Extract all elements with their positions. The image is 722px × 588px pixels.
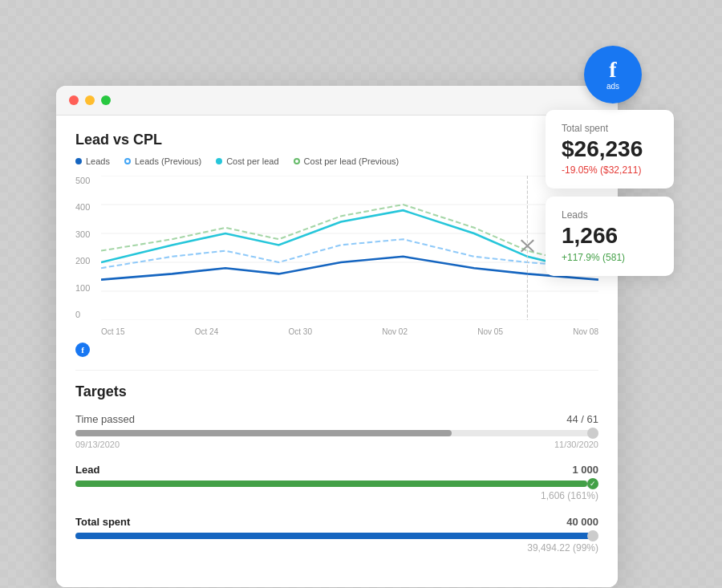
target-name-spent: Total spent [75, 516, 130, 528]
chart-fb-letter: f [81, 345, 84, 355]
y-label-100: 100 [75, 283, 98, 293]
legend-label-leads: Leads [86, 156, 110, 166]
chart-x-labels: Oct 15 Oct 24 Oct 30 Nov 02 Nov 05 Nov 0… [101, 327, 598, 336]
legend-label-cpl: Cost per lead [226, 156, 278, 166]
y-label-300: 300 [75, 229, 98, 239]
line-leads [101, 256, 598, 279]
stat-change-total-spent: -19.05% ($32,211) [562, 164, 658, 176]
target-row-time: Time passed 44 / 61 09/13/2020 11/30/202… [75, 413, 598, 449]
stat-value-leads: 1,266 [562, 224, 658, 249]
y-label-0: 0 [75, 310, 98, 319]
legend-label-leads-prev: Leads (Previous) [135, 156, 201, 166]
x-label-nov02: Nov 02 [382, 327, 408, 336]
line-cpl-previous [101, 205, 598, 268]
stat-card-total-spent: Total spent $26,236 -19.05% ($32,211) [546, 110, 674, 189]
legend-leads: Leads [75, 156, 110, 166]
stat-label-leads: Leads [562, 209, 658, 221]
date-end-time: 11/30/2020 [554, 440, 598, 449]
legend-cpl: Cost per lead [216, 156, 278, 166]
date-start-time: 09/13/2020 [75, 440, 120, 449]
stat-card-leads: Leads 1,266 +117.9% (581) [546, 197, 674, 276]
chart-svg-wrapper [101, 176, 598, 320]
x-label-oct24: Oct 24 [195, 327, 218, 336]
traffic-light-yellow[interactable] [85, 95, 95, 105]
x-label-nov08: Nov 08 [573, 327, 598, 336]
progress-bg-spent [75, 533, 598, 539]
legend-dot-leads-prev [124, 158, 131, 164]
target-name-time: Time passed [75, 413, 135, 425]
browser-window: Lead vs CPL Leads Leads (Previous) Cost … [56, 86, 618, 587]
chart-title: Lead vs CPL [75, 132, 598, 148]
fb-ads-label: ads [606, 82, 619, 91]
chart-legend: Leads Leads (Previous) Cost per lead Cos… [75, 156, 598, 166]
y-label-400: 400 [75, 202, 98, 212]
progress-fill-time [75, 430, 452, 436]
fb-ads-badge: f ads [584, 46, 642, 103]
chart-area: 500 400 300 200 100 0 [75, 176, 598, 336]
traffic-light-green[interactable] [101, 95, 111, 105]
browser-toolbar [56, 86, 618, 116]
target-sub-lead: 1,606 (161%) [75, 490, 598, 501]
target-name-lead: Lead [75, 464, 99, 476]
target-value-spent: 40 000 [566, 516, 598, 528]
stat-cards: Total spent $26,236 -19.05% ($32,211) Le… [546, 110, 674, 277]
chart-fb-icon: f [75, 343, 90, 357]
progress-dot-spent [587, 530, 598, 541]
progress-dot-lead [587, 478, 598, 489]
x-label-nov05: Nov 05 [477, 327, 503, 336]
target-sub-spent: 39,494.22 (99%) [75, 542, 598, 554]
targets-title: Targets [75, 383, 598, 400]
target-header-spent: Total spent 40 000 [75, 516, 598, 528]
target-header-time: Time passed 44 / 61 [75, 413, 598, 425]
legend-dot-leads [75, 158, 82, 164]
legend-dot-cpl [216, 158, 222, 164]
legend-leads-prev: Leads (Previous) [124, 156, 201, 166]
stat-change-leads: +117.9% (581) [562, 252, 658, 263]
browser-content: Lead vs CPL Leads Leads (Previous) Cost … [56, 116, 618, 587]
legend-dot-cpl-prev [294, 158, 300, 164]
target-row-lead: Lead 1 000 1,606 (161%) [75, 464, 598, 501]
target-dates-time: 09/13/2020 11/30/2020 [75, 440, 598, 449]
fb-letter: f [609, 59, 616, 81]
progress-fill-spent [75, 533, 593, 539]
stat-label-total-spent: Total spent [562, 123, 658, 134]
legend-cpl-prev: Cost per lead (Previous) [294, 156, 400, 166]
targets-section: Targets Time passed 44 / 61 09/13/2020 1… [75, 383, 598, 554]
target-value-time: 44 / 61 [566, 413, 598, 425]
progress-bg-lead [75, 481, 598, 487]
target-header-lead: Lead 1 000 [75, 464, 598, 476]
section-divider [75, 370, 598, 371]
target-row-spent: Total spent 40 000 39,494.22 (99%) [75, 516, 598, 554]
progress-fill-lead [75, 481, 587, 487]
y-label-200: 200 [75, 256, 98, 266]
x-label-oct15: Oct 15 [101, 327, 124, 336]
y-label-500: 500 [75, 176, 98, 185]
legend-label-cpl-prev: Cost per lead (Previous) [304, 156, 400, 166]
chart-section: Lead vs CPL Leads Leads (Previous) Cost … [75, 132, 598, 357]
traffic-light-red[interactable] [69, 95, 79, 105]
chart-y-labels: 500 400 300 200 100 0 [75, 176, 98, 320]
progress-dot-time [587, 428, 598, 439]
target-value-lead: 1 000 [572, 464, 598, 476]
x-label-oct30: Oct 30 [289, 327, 312, 336]
chart-svg [101, 176, 598, 320]
stat-value-total-spent: $26,236 [562, 137, 658, 162]
progress-bg-time [75, 430, 598, 436]
